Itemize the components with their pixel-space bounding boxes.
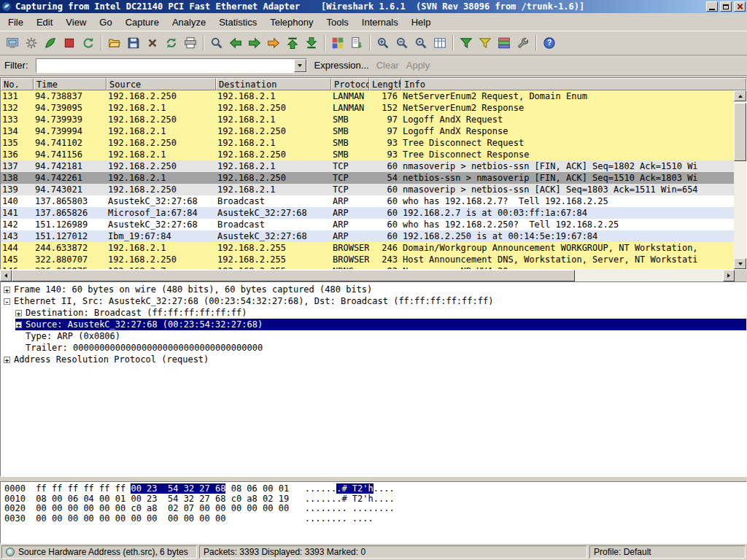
print-button[interactable] — [181, 34, 200, 52]
packet-row-140[interactable]: 140137.865803AsustekC_32:27:68BroadcastA… — [1, 195, 734, 207]
detail-row[interactable]: -Ethernet II, Src: AsustekC_32:27:68 (00… — [1, 295, 746, 307]
minimize-button[interactable] — [706, 1, 718, 12]
column-header-destination[interactable]: Destination — [216, 78, 331, 90]
menu-edit[interactable]: Edit — [30, 14, 59, 31]
reload-file-button[interactable] — [162, 34, 181, 52]
filter-button[interactable]: Filter: — [4, 60, 28, 71]
packet-row-136[interactable]: 13694.741156192.168.2.1192.168.2.250SMB9… — [1, 149, 734, 160]
maximize-button[interactable] — [720, 1, 732, 12]
save-file-button[interactable] — [124, 34, 143, 52]
packet-row-146[interactable]: 146326.016975192.168.2.7192.168.2.255NBN… — [1, 265, 734, 269]
menu-go[interactable]: Go — [93, 14, 118, 31]
scroll-left-button[interactable] — [0, 270, 12, 281]
vertical-scroll-thumb[interactable] — [734, 103, 746, 161]
capture-options-button[interactable] — [22, 34, 41, 52]
open-file-button[interactable] — [105, 34, 124, 52]
horizontal-scroll-track[interactable] — [575, 270, 723, 281]
expand-icon[interactable]: + — [15, 310, 22, 316]
auto-scroll-button[interactable] — [347, 34, 366, 52]
scroll-down-button[interactable] — [734, 258, 746, 269]
list-interfaces-button[interactable] — [3, 34, 22, 52]
column-header-time[interactable]: Time — [34, 78, 107, 90]
scroll-up-button[interactable] — [734, 90, 746, 101]
packet-row-145[interactable]: 145322.880707192.168.2.250192.168.2.255B… — [1, 254, 734, 265]
coloring-rules-button[interactable] — [495, 34, 514, 52]
detail-row[interactable]: +Address Resolution Protocol (request) — [1, 354, 746, 365]
menu-internals[interactable]: Internals — [355, 14, 405, 31]
close-file-button[interactable] — [143, 34, 162, 52]
display-filters-button[interactable] — [476, 34, 495, 52]
collapse-icon[interactable]: - — [4, 298, 10, 305]
preferences-button[interactable] — [514, 34, 533, 52]
restart-capture-button[interactable] — [79, 34, 98, 52]
packet-list-horizontal-scrollbar[interactable] — [0, 270, 747, 281]
zoom-out-button[interactable] — [392, 34, 411, 52]
packet-row-142[interactable]: 142151.126989AsustekC_32:27:68BroadcastA… — [1, 219, 734, 230]
zoom-in-button[interactable] — [374, 34, 392, 52]
packet-row-134[interactable]: 13494.739994192.168.2.1192.168.2.250SMB9… — [1, 125, 734, 137]
packet-row-143[interactable]: 143151.127012Ibm_19:67:84AsustekC_32:27:… — [1, 230, 734, 242]
menu-tools[interactable]: Tools — [320, 14, 355, 31]
detail-row[interactable]: +Trailer: 000000000000000000000000000000… — [1, 342, 746, 354]
horizontal-scroll-thumb[interactable] — [12, 270, 575, 281]
menu-view[interactable]: View — [59, 14, 93, 31]
column-header-protocol[interactable]: Protocol — [331, 78, 369, 90]
filter-dropdown-button[interactable] — [294, 59, 306, 72]
column-header-source[interactable]: Source — [107, 78, 216, 90]
hex-line-0010[interactable]: 0010 08 00 06 04 00 01 00 23 54 32 27 68… — [4, 494, 743, 505]
find-packet-button[interactable] — [207, 34, 226, 52]
hex-line-0030[interactable]: 0030 00 00 00 00 00 00 00 00 00 00 00 00… — [4, 514, 743, 524]
packet-row-133[interactable]: 13394.739939192.168.2.250192.168.2.1SMB9… — [1, 114, 734, 125]
expert-info-led-icon[interactable] — [6, 548, 15, 556]
scroll-right-button[interactable] — [723, 270, 735, 281]
hex-line-0020[interactable]: 0020 00 00 00 00 00 00 c0 a8 02 07 00 00… — [4, 504, 743, 514]
menu-capture[interactable]: Capture — [119, 14, 166, 31]
start-capture-button[interactable] — [41, 34, 60, 52]
help-button[interactable]: ? — [540, 34, 559, 52]
expression-button[interactable]: Expression... — [314, 60, 369, 71]
packet-row-132[interactable]: 13294.739095192.168.2.1192.168.2.250LANM… — [1, 102, 734, 114]
packet-row-131[interactable]: 13194.738837192.168.2.250192.168.2.1LANM… — [1, 90, 734, 102]
expand-icon[interactable]: + — [15, 322, 22, 328]
hex-line-0000[interactable]: 0000 ff ff ff ff ff ff 00 23 54 32 27 68… — [4, 484, 743, 494]
packet-row-139[interactable]: 13994.743021192.168.2.250192.168.2.1TCP6… — [1, 184, 734, 195]
title-bar[interactable]: Capturing from Intel DC21140 PCI Fast Et… — [0, 0, 747, 13]
profile-status-text[interactable]: Profile: Default — [589, 545, 746, 559]
packet-row-144[interactable]: 144244.633872192.168.2.1192.168.2.255BRO… — [1, 242, 734, 254]
column-header-no[interactable]: No. — [1, 78, 34, 90]
menu-telephony[interactable]: Telephony — [263, 14, 320, 31]
packet-row-141[interactable]: 141137.865826Microsof_1a:67:84AsustekC_3… — [1, 207, 734, 219]
packet-row-138[interactable]: 13894.742261192.168.2.1192.168.2.250TCP5… — [1, 172, 734, 184]
menu-analyze[interactable]: Analyze — [166, 14, 212, 31]
packet-list-vertical-scrollbar[interactable] — [734, 90, 746, 269]
detail-row[interactable]: +Type: ARP (0x0806) — [1, 330, 746, 342]
stop-capture-button[interactable] — [60, 34, 79, 52]
colorize-packets-button[interactable] — [328, 34, 347, 52]
go-to-packet-button[interactable] — [264, 34, 283, 52]
detail-row[interactable]: +Frame 140: 60 bytes on wire (480 bits),… — [1, 284, 746, 295]
packet-row-137[interactable]: 13794.742181192.168.2.250192.168.2.1TCP6… — [1, 160, 734, 172]
menu-help[interactable]: Help — [405, 14, 438, 31]
tree-indent — [1, 319, 15, 330]
clear-button[interactable]: Clear — [376, 60, 399, 71]
close-button[interactable] — [734, 1, 746, 12]
go-to-top-button[interactable] — [283, 34, 302, 52]
go-forward-button[interactable] — [245, 34, 264, 52]
menu-file[interactable]: File — [1, 14, 30, 31]
expand-icon[interactable]: + — [4, 287, 10, 293]
expand-icon[interactable]: + — [4, 357, 10, 363]
go-to-bottom-button[interactable] — [302, 34, 321, 52]
resize-columns-button[interactable] — [430, 34, 449, 52]
filter-input[interactable] — [36, 59, 294, 72]
menu-statistics[interactable]: Statistics — [212, 14, 263, 31]
column-header-length[interactable]: Length — [369, 78, 401, 90]
go-back-button[interactable] — [226, 34, 245, 52]
detail-row[interactable]: +Source: AsustekC_32:27:68 (00:23:54:32:… — [1, 319, 746, 330]
capture-filters-button[interactable] — [457, 34, 476, 52]
apply-button[interactable]: Apply — [406, 60, 430, 71]
zoom-100-button[interactable] — [411, 34, 430, 52]
packet-row-135[interactable]: 13594.741102192.168.2.250192.168.2.1SMB9… — [1, 137, 734, 149]
column-header-info[interactable]: Info — [401, 78, 746, 90]
vertical-scroll-track[interactable] — [734, 101, 746, 258]
detail-row[interactable]: +Destination: Broadcast (ff:ff:ff:ff:ff:… — [1, 307, 746, 319]
